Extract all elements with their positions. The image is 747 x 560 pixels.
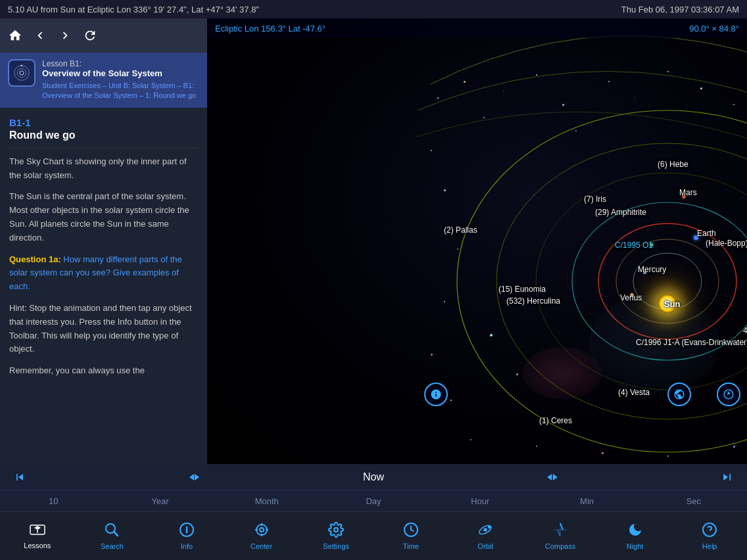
globe-icon-btn[interactable] xyxy=(667,383,691,406)
lesson-icon xyxy=(8,59,36,87)
comet1995-label: C/1995 O1 xyxy=(615,241,653,250)
svg-point-17 xyxy=(256,525,267,535)
now-label: Now xyxy=(363,471,384,483)
halebopp-label: (Hale-Bopp) xyxy=(706,239,747,248)
svg-point-25 xyxy=(484,528,487,531)
content-area[interactable]: B1-1 Round we go The Sky Chart is showin… xyxy=(0,108,207,464)
help-label: Help xyxy=(702,542,717,550)
tab-center[interactable]: Center xyxy=(224,512,299,560)
svg-line-14 xyxy=(114,532,118,536)
ecliptic-info: Ecliptic Lon 156.3° Lat -47.6° xyxy=(215,24,325,34)
body-text-2: The Sun is the central part of the solar… xyxy=(9,190,198,245)
settings-label: Settings xyxy=(323,542,349,550)
lesson-title: Lesson B1: xyxy=(42,59,199,68)
remember-text: Remember, you can always use the xyxy=(9,364,198,378)
hebe-label: (6) Hebe xyxy=(658,160,688,169)
night-label: Night xyxy=(627,542,644,550)
lessons-icon xyxy=(29,523,46,540)
scale-day[interactable]: Day xyxy=(320,492,427,510)
tab-info[interactable]: Info xyxy=(149,512,224,560)
center-label: Center xyxy=(251,542,272,550)
left-panel: Lesson B1: Overview of the Solar System … xyxy=(0,18,207,464)
mercury-label: Mercury xyxy=(638,265,666,274)
scale-10[interactable]: 10 xyxy=(0,492,107,510)
question-1a: Question 1a: How many different parts of… xyxy=(9,253,198,294)
time-control: Now 10 Year Month Day Hour Min Sec xyxy=(0,464,747,511)
evans-label: C/1996 J1-A (Evans-Drinkwater) xyxy=(636,338,747,347)
scale-hour[interactable]: Hour xyxy=(427,492,533,510)
venus-label: Venus xyxy=(620,293,642,302)
datetime-info: Thu Feb 06, 1997 03:36:07 AM xyxy=(621,5,739,14)
status-bar: 5.10 AU from Sun at Ecliptic Lon 336° 19… xyxy=(0,0,747,18)
chart-info-bar: Ecliptic Lon 156.3° Lat -47.6° 90.0° × 8… xyxy=(207,18,747,38)
svg-point-16 xyxy=(260,528,264,532)
home-button[interactable] xyxy=(8,28,22,43)
skip-back-far-button[interactable] xyxy=(13,471,26,484)
divider xyxy=(9,148,198,149)
time-buttons: Now xyxy=(0,464,747,490)
ceres-label: (1) Ceres xyxy=(539,416,572,425)
svg-point-4 xyxy=(457,110,747,452)
body-text-1: The Sky Chart is showing only the inner … xyxy=(9,155,198,183)
lessons-label: Lessons xyxy=(24,542,51,549)
hint-text: Hint: Stop the animation and then tap an… xyxy=(9,302,198,356)
tab-compass[interactable]: Compass xyxy=(523,512,598,560)
section-title: Round we go xyxy=(9,129,198,141)
svg-point-22 xyxy=(334,528,338,532)
wirtanen-label: 46P/Wirtanen xyxy=(743,326,747,335)
tab-search[interactable]: Search xyxy=(75,512,150,560)
back-button[interactable] xyxy=(33,28,47,43)
skip-forward-far-button[interactable] xyxy=(721,471,734,484)
search-icon xyxy=(104,522,120,540)
eunomia-label: (15) Eunomia xyxy=(498,285,546,294)
lesson-header: Lesson B1: Overview of the Solar System … xyxy=(0,53,207,108)
lesson-subtitle: Overview of the Solar System xyxy=(42,68,199,78)
tab-help[interactable]: Help xyxy=(672,512,747,560)
time-icon xyxy=(403,522,419,540)
center-icon xyxy=(254,522,270,540)
nav-bar xyxy=(0,18,207,53)
section-number: B1-1 xyxy=(9,117,198,128)
orbit-svg xyxy=(207,18,747,464)
iris-label: (7) Iris xyxy=(584,195,606,204)
amphitrite-label: (29) Amphitrite xyxy=(595,208,646,217)
sky-chart[interactable]: (6) Hebe (7) Iris (29) Amphitrite Mars E… xyxy=(207,18,747,464)
orbit-label: Orbit xyxy=(477,542,493,550)
tab-orbit[interactable]: Orbit xyxy=(448,512,523,560)
tab-bar: Lessons Search Info xyxy=(0,511,747,560)
info-icon-btn[interactable] xyxy=(424,383,448,406)
scale-sec[interactable]: Sec xyxy=(640,492,747,510)
time-scale: 10 Year Month Day Hour Min Sec xyxy=(0,490,747,511)
lesson-breadcrumb[interactable]: Student Exercises – Unit B: Solar System… xyxy=(42,81,199,101)
compass-tab-icon xyxy=(552,522,568,540)
sun-label: Sun xyxy=(664,299,681,309)
pallas-label: (2) Pallas xyxy=(444,225,477,235)
herculina-label: (532) Herculina xyxy=(506,296,560,306)
refresh-button[interactable] xyxy=(83,28,97,43)
compass-icon-btn[interactable] xyxy=(717,383,740,406)
forward-button[interactable] xyxy=(58,28,72,43)
question-label: Question 1a: xyxy=(9,254,61,264)
position-info: 5.10 AU from Sun at Ecliptic Lon 336° 19… xyxy=(8,5,259,14)
night-icon xyxy=(627,522,643,540)
compass-label: Compass xyxy=(545,542,575,550)
tab-lessons[interactable]: Lessons xyxy=(0,512,75,560)
skip-back-button[interactable] xyxy=(188,471,201,484)
tab-night[interactable]: Night xyxy=(598,512,673,560)
scale-month[interactable]: Month xyxy=(214,492,320,510)
scale-year[interactable]: Year xyxy=(107,492,213,510)
lesson-text: Lesson B1: Overview of the Solar System … xyxy=(42,59,199,101)
svg-point-3 xyxy=(21,64,23,66)
info-label: Info xyxy=(181,542,193,550)
skip-forward-button[interactable] xyxy=(546,471,559,484)
svg-point-2 xyxy=(14,66,30,81)
settings-icon xyxy=(328,522,344,540)
tab-time[interactable]: Time xyxy=(374,512,448,560)
orbit-icon xyxy=(477,522,493,540)
scale-min[interactable]: Min xyxy=(533,492,640,510)
fov-info: 90.0° × 84.8° xyxy=(689,24,739,34)
time-label: Time xyxy=(403,542,419,550)
svg-point-0 xyxy=(20,71,24,75)
tab-settings[interactable]: Settings xyxy=(299,512,374,560)
svg-line-30 xyxy=(558,530,560,536)
